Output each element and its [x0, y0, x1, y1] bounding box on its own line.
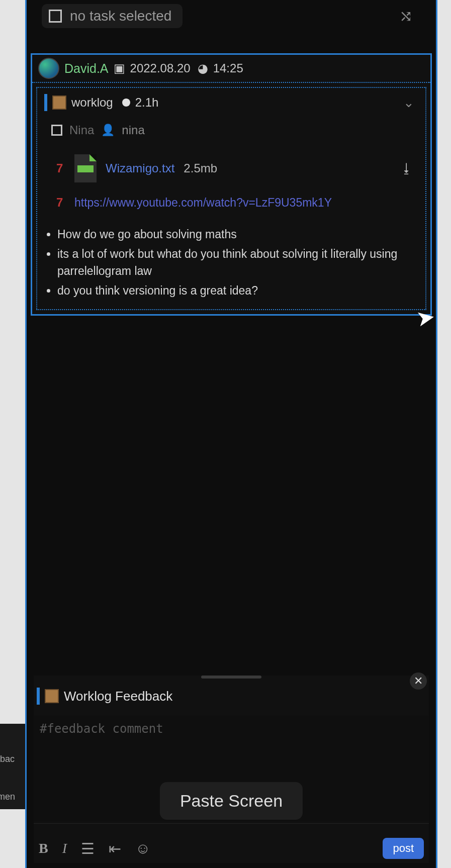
- worklog-card[interactable]: David.A ▣ 2022.08.20 ◕ 14:25 worklog 2.1…: [31, 53, 432, 316]
- post-time: 14:25: [213, 61, 243, 75]
- italic-button[interactable]: I: [62, 840, 67, 856]
- task-label: no task selected: [70, 8, 171, 24]
- author-name[interactable]: David.A: [64, 61, 109, 76]
- side-text-1: edbac: [0, 754, 15, 764]
- checkbox-icon[interactable]: [51, 125, 62, 136]
- editor-toolbar: B I ☰ ⇤ ☺ post: [34, 823, 429, 863]
- list-item: its a lot of work but what do you think …: [57, 244, 420, 281]
- list-item: do you think versioning is a great idea?: [57, 281, 420, 301]
- card-header: David.A ▣ 2022.08.20 ◕ 14:25: [32, 55, 430, 83]
- side-panel: edbac mmen: [0, 724, 25, 809]
- file-icon: [74, 154, 97, 182]
- assignee-name: Nina: [69, 123, 94, 137]
- close-icon[interactable]: ✕: [410, 672, 427, 690]
- top-bar: no task selected ⤭: [27, 0, 436, 38]
- accent-bar: [44, 94, 47, 111]
- assignee-row[interactable]: Nina 👤 nina: [42, 118, 420, 150]
- clipboard-icon: [45, 689, 59, 703]
- indent-icon[interactable]: ⇤: [109, 840, 121, 857]
- app-frame: no task selected ⤭ David.A ▣ 2022.08.20 …: [25, 0, 437, 868]
- avatar[interactable]: [38, 58, 59, 79]
- shuffle-icon[interactable]: ⤭: [399, 7, 413, 26]
- post-button[interactable]: post: [383, 838, 424, 859]
- worklog-row[interactable]: worklog 2.1h ⌄: [42, 91, 420, 118]
- bullet-list: How do we go about solving maths its a l…: [42, 225, 420, 300]
- feedback-panel: ✕ Worklog Feedback B I ☰ ⇤ ☺ post Paste …: [34, 676, 429, 863]
- attachment-filename[interactable]: Wizamigo.txt: [106, 161, 174, 175]
- list-icon[interactable]: ☰: [81, 840, 95, 857]
- drag-handle[interactable]: [201, 676, 261, 679]
- link-row[interactable]: 7 https://www.youtube.com/watch?v=LzF9U3…: [42, 191, 420, 225]
- clipboard-icon: [52, 95, 66, 110]
- worklog-label: worklog: [71, 95, 113, 110]
- checkbox-icon: [49, 10, 62, 23]
- assignee-handle: nina: [122, 123, 144, 137]
- feedback-title: Worklog Feedback: [64, 689, 172, 704]
- attachment-index: 7: [56, 161, 65, 175]
- side-text-2: mmen: [0, 792, 15, 802]
- attachment-size: 2.5mb: [184, 161, 217, 175]
- person-icon: 👤: [101, 124, 115, 137]
- link-url[interactable]: https://www.youtube.com/watch?v=LzF9U35m…: [74, 196, 332, 210]
- download-icon[interactable]: ⭳: [400, 161, 413, 176]
- post-date: 2022.08.20: [130, 61, 191, 75]
- card-body: worklog 2.1h ⌄ Nina 👤 nina 7 Wizamigo.tx…: [36, 87, 426, 310]
- link-index: 7: [56, 196, 65, 210]
- dot-icon: [122, 99, 130, 107]
- attachment-row[interactable]: 7 Wizamigo.txt 2.5mb ⭳: [42, 150, 420, 191]
- clock-icon: ◕: [198, 61, 208, 75]
- feedback-header: Worklog Feedback: [34, 688, 429, 716]
- task-selector[interactable]: no task selected: [42, 4, 183, 28]
- chevron-down-icon[interactable]: ⌄: [403, 95, 418, 111]
- accent-bar: [37, 688, 40, 705]
- paste-screen-button[interactable]: Paste Screen: [160, 782, 303, 820]
- bold-button[interactable]: B: [39, 840, 48, 856]
- worklog-duration: 2.1h: [135, 95, 159, 110]
- list-item: How do we go about solving maths: [57, 225, 420, 244]
- calendar-icon: ▣: [114, 61, 125, 75]
- emoji-icon[interactable]: ☺: [135, 840, 151, 857]
